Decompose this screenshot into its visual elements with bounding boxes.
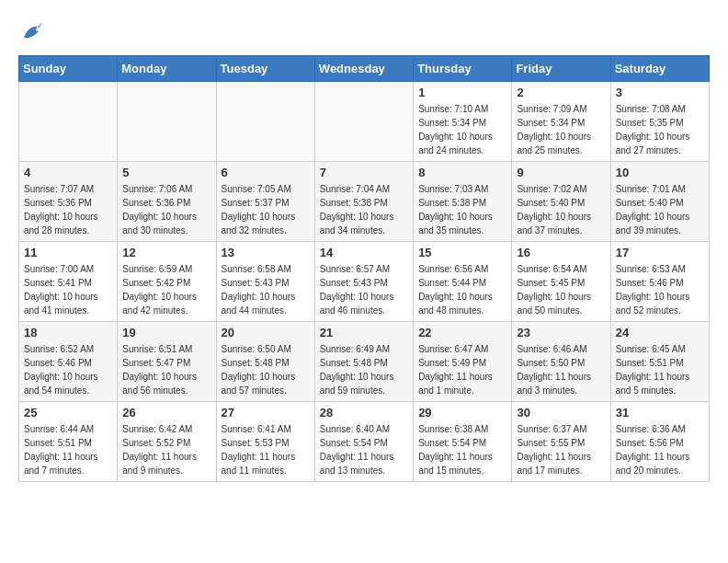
day-number: 13 bbox=[222, 246, 310, 259]
calendar-cell: 10Sunrise: 7:01 AM Sunset: 5:40 PM Dayli… bbox=[610, 162, 709, 242]
day-info: Sunrise: 7:08 AM Sunset: 5:35 PM Dayligh… bbox=[616, 102, 704, 157]
calendar-cell: 13Sunrise: 6:58 AM Sunset: 5:43 PM Dayli… bbox=[216, 242, 314, 322]
day-info: Sunrise: 7:10 AM Sunset: 5:34 PM Dayligh… bbox=[418, 102, 506, 157]
calendar-cell: 12Sunrise: 6:59 AM Sunset: 5:42 PM Dayli… bbox=[118, 242, 216, 322]
calendar-cell: 20Sunrise: 6:50 AM Sunset: 5:48 PM Dayli… bbox=[216, 322, 314, 402]
header-day-tuesday: Tuesday bbox=[216, 56, 314, 82]
calendar-cell: 9Sunrise: 7:02 AM Sunset: 5:40 PM Daylig… bbox=[512, 162, 610, 242]
calendar-cell: 1Sunrise: 7:10 AM Sunset: 5:34 PM Daylig… bbox=[414, 82, 512, 162]
calendar-cell: 16Sunrise: 6:54 AM Sunset: 5:45 PM Dayli… bbox=[512, 242, 610, 322]
calendar-week-4: 18Sunrise: 6:52 AM Sunset: 5:46 PM Dayli… bbox=[19, 322, 710, 402]
calendar-cell: 3Sunrise: 7:08 AM Sunset: 5:35 PM Daylig… bbox=[610, 82, 709, 162]
calendar-cell bbox=[314, 82, 413, 162]
day-info: Sunrise: 7:00 AM Sunset: 5:41 PM Dayligh… bbox=[24, 262, 112, 317]
day-info: Sunrise: 6:52 AM Sunset: 5:46 PM Dayligh… bbox=[24, 342, 112, 397]
day-info: Sunrise: 6:58 AM Sunset: 5:43 PM Dayligh… bbox=[222, 262, 310, 317]
calendar-body: 1Sunrise: 7:10 AM Sunset: 5:34 PM Daylig… bbox=[19, 82, 710, 482]
day-info: Sunrise: 6:46 AM Sunset: 5:50 PM Dayligh… bbox=[517, 342, 605, 397]
day-info: Sunrise: 7:02 AM Sunset: 5:40 PM Dayligh… bbox=[517, 182, 605, 237]
day-number: 31 bbox=[616, 406, 704, 419]
calendar-cell: 30Sunrise: 6:37 AM Sunset: 5:55 PM Dayli… bbox=[512, 402, 610, 482]
day-number: 28 bbox=[320, 406, 408, 419]
day-info: Sunrise: 7:07 AM Sunset: 5:36 PM Dayligh… bbox=[24, 182, 112, 237]
logo-bird-icon bbox=[18, 18, 46, 46]
header-row: SundayMondayTuesdayWednesdayThursdayFrid… bbox=[19, 56, 710, 82]
day-info: Sunrise: 6:47 AM Sunset: 5:49 PM Dayligh… bbox=[418, 342, 506, 397]
day-number: 7 bbox=[320, 166, 408, 179]
day-info: Sunrise: 6:51 AM Sunset: 5:47 PM Dayligh… bbox=[122, 342, 210, 397]
calendar-cell: 26Sunrise: 6:42 AM Sunset: 5:52 PM Dayli… bbox=[118, 402, 216, 482]
day-number: 9 bbox=[517, 166, 605, 179]
day-info: Sunrise: 6:38 AM Sunset: 5:54 PM Dayligh… bbox=[418, 422, 506, 477]
calendar-cell: 28Sunrise: 6:40 AM Sunset: 5:54 PM Dayli… bbox=[314, 402, 413, 482]
day-number: 23 bbox=[517, 326, 605, 339]
day-number: 14 bbox=[320, 246, 408, 259]
day-number: 20 bbox=[222, 326, 310, 339]
day-number: 11 bbox=[24, 246, 112, 259]
calendar-cell: 23Sunrise: 6:46 AM Sunset: 5:50 PM Dayli… bbox=[512, 322, 610, 402]
day-number: 2 bbox=[517, 86, 605, 99]
calendar-cell: 15Sunrise: 6:56 AM Sunset: 5:44 PM Dayli… bbox=[414, 242, 512, 322]
calendar-cell: 18Sunrise: 6:52 AM Sunset: 5:46 PM Dayli… bbox=[19, 322, 118, 402]
day-number: 12 bbox=[122, 246, 210, 259]
day-info: Sunrise: 6:40 AM Sunset: 5:54 PM Dayligh… bbox=[320, 422, 408, 477]
day-info: Sunrise: 6:45 AM Sunset: 5:51 PM Dayligh… bbox=[616, 342, 704, 397]
day-info: Sunrise: 6:57 AM Sunset: 5:43 PM Dayligh… bbox=[320, 262, 408, 317]
day-info: Sunrise: 7:05 AM Sunset: 5:37 PM Dayligh… bbox=[222, 182, 310, 237]
day-number: 15 bbox=[418, 246, 506, 259]
day-number: 22 bbox=[418, 326, 506, 339]
day-info: Sunrise: 6:53 AM Sunset: 5:46 PM Dayligh… bbox=[616, 262, 704, 317]
calendar-cell: 4Sunrise: 7:07 AM Sunset: 5:36 PM Daylig… bbox=[19, 162, 118, 242]
calendar-cell: 11Sunrise: 7:00 AM Sunset: 5:41 PM Dayli… bbox=[19, 242, 118, 322]
day-number: 27 bbox=[222, 406, 310, 419]
day-number: 24 bbox=[616, 326, 704, 339]
day-info: Sunrise: 6:41 AM Sunset: 5:53 PM Dayligh… bbox=[222, 422, 310, 477]
day-number: 17 bbox=[616, 246, 704, 259]
calendar-cell: 5Sunrise: 7:06 AM Sunset: 5:36 PM Daylig… bbox=[118, 162, 216, 242]
calendar-week-2: 4Sunrise: 7:07 AM Sunset: 5:36 PM Daylig… bbox=[19, 162, 710, 242]
header-day-monday: Monday bbox=[118, 56, 216, 82]
day-number: 16 bbox=[517, 246, 605, 259]
calendar-table: SundayMondayTuesdayWednesdayThursdayFrid… bbox=[18, 55, 710, 482]
header-day-saturday: Saturday bbox=[610, 56, 709, 82]
calendar-cell: 7Sunrise: 7:04 AM Sunset: 5:38 PM Daylig… bbox=[314, 162, 413, 242]
calendar-cell: 31Sunrise: 6:36 AM Sunset: 5:56 PM Dayli… bbox=[610, 402, 709, 482]
calendar-week-1: 1Sunrise: 7:10 AM Sunset: 5:34 PM Daylig… bbox=[19, 82, 710, 162]
day-info: Sunrise: 6:36 AM Sunset: 5:56 PM Dayligh… bbox=[616, 422, 704, 477]
day-info: Sunrise: 6:44 AM Sunset: 5:51 PM Dayligh… bbox=[24, 422, 112, 477]
calendar-cell: 6Sunrise: 7:05 AM Sunset: 5:37 PM Daylig… bbox=[216, 162, 314, 242]
calendar-cell: 17Sunrise: 6:53 AM Sunset: 5:46 PM Dayli… bbox=[610, 242, 709, 322]
day-info: Sunrise: 7:03 AM Sunset: 5:38 PM Dayligh… bbox=[418, 182, 506, 237]
calendar-cell: 8Sunrise: 7:03 AM Sunset: 5:38 PM Daylig… bbox=[414, 162, 512, 242]
logo bbox=[18, 18, 50, 46]
day-number: 26 bbox=[122, 406, 210, 419]
calendar-cell: 2Sunrise: 7:09 AM Sunset: 5:34 PM Daylig… bbox=[512, 82, 610, 162]
day-info: Sunrise: 7:06 AM Sunset: 5:36 PM Dayligh… bbox=[122, 182, 210, 237]
calendar-cell: 22Sunrise: 6:47 AM Sunset: 5:49 PM Dayli… bbox=[414, 322, 512, 402]
day-number: 30 bbox=[517, 406, 605, 419]
day-info: Sunrise: 7:01 AM Sunset: 5:40 PM Dayligh… bbox=[616, 182, 704, 237]
calendar-cell bbox=[118, 82, 216, 162]
calendar-header: SundayMondayTuesdayWednesdayThursdayFrid… bbox=[19, 56, 710, 82]
calendar-week-3: 11Sunrise: 7:00 AM Sunset: 5:41 PM Dayli… bbox=[19, 242, 710, 322]
day-info: Sunrise: 7:09 AM Sunset: 5:34 PM Dayligh… bbox=[517, 102, 605, 157]
calendar-cell bbox=[19, 82, 118, 162]
day-number: 4 bbox=[24, 166, 112, 179]
day-number: 8 bbox=[418, 166, 506, 179]
day-number: 29 bbox=[418, 406, 506, 419]
day-number: 5 bbox=[122, 166, 210, 179]
day-info: Sunrise: 6:59 AM Sunset: 5:42 PM Dayligh… bbox=[122, 262, 210, 317]
day-number: 3 bbox=[616, 86, 704, 99]
day-info: Sunrise: 6:49 AM Sunset: 5:48 PM Dayligh… bbox=[320, 342, 408, 397]
calendar-cell: 25Sunrise: 6:44 AM Sunset: 5:51 PM Dayli… bbox=[19, 402, 118, 482]
calendar-cell: 14Sunrise: 6:57 AM Sunset: 5:43 PM Dayli… bbox=[314, 242, 413, 322]
calendar-cell: 29Sunrise: 6:38 AM Sunset: 5:54 PM Dayli… bbox=[414, 402, 512, 482]
day-number: 1 bbox=[418, 86, 506, 99]
header-day-sunday: Sunday bbox=[19, 56, 118, 82]
calendar-cell: 21Sunrise: 6:49 AM Sunset: 5:48 PM Dayli… bbox=[314, 322, 413, 402]
day-number: 19 bbox=[122, 326, 210, 339]
day-info: Sunrise: 6:42 AM Sunset: 5:52 PM Dayligh… bbox=[122, 422, 210, 477]
day-info: Sunrise: 6:54 AM Sunset: 5:45 PM Dayligh… bbox=[517, 262, 605, 317]
day-info: Sunrise: 6:37 AM Sunset: 5:55 PM Dayligh… bbox=[517, 422, 605, 477]
calendar-cell: 19Sunrise: 6:51 AM Sunset: 5:47 PM Dayli… bbox=[118, 322, 216, 402]
